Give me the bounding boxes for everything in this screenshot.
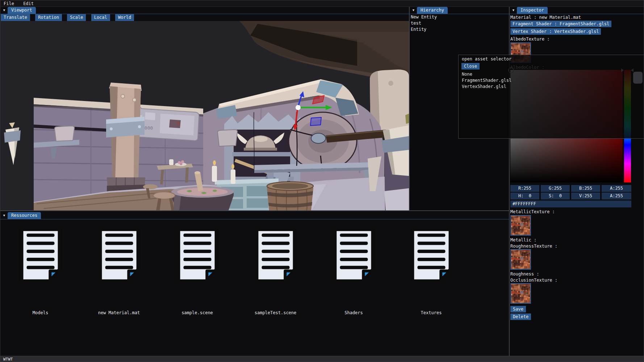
delete-button[interactable]: Delete bbox=[510, 313, 531, 320]
document-icon bbox=[408, 226, 455, 284]
value-field[interactable]: V:255 bbox=[571, 193, 600, 199]
alpha-field-2[interactable]: A:255 bbox=[602, 193, 631, 199]
panel-divider[interactable] bbox=[0, 210, 510, 211]
occlusion-texture-label: OcclusionTexture : bbox=[510, 278, 557, 283]
fragment-shader-button[interactable]: Fragment Shader : FragmentShader.glsl bbox=[510, 21, 611, 27]
roughness-texture-thumbnail[interactable] bbox=[510, 249, 531, 270]
save-button[interactable]: Save bbox=[510, 306, 526, 312]
file-item-sampletest-scene[interactable]: sampleTest.scene bbox=[237, 226, 314, 317]
status-bar: WTWT bbox=[0, 356, 644, 362]
tab-inspector[interactable]: Inspector bbox=[517, 7, 548, 14]
file-item-textures[interactable]: Textures bbox=[392, 226, 470, 317]
saturation-field[interactable]: S: 0 bbox=[541, 193, 570, 199]
menu-file[interactable]: File bbox=[0, 0, 17, 7]
file-label: sampleTest.scene bbox=[237, 310, 314, 315]
hierarchy-item-test[interactable]: test bbox=[411, 21, 505, 27]
material-label: Material : new Material.mat bbox=[510, 15, 581, 20]
status-text: WTWT bbox=[3, 357, 13, 362]
file-label: Models bbox=[1, 310, 79, 315]
hex-color-field[interactable]: #FFFFFFFF bbox=[510, 201, 631, 207]
engine-editor-window: File Edit ▼ Viewport Translate Rotation … bbox=[0, 0, 644, 362]
gizmo-plane-yz[interactable] bbox=[310, 117, 321, 126]
menu-bar: File Edit bbox=[0, 0, 644, 7]
file-item-shaders[interactable]: Shaders bbox=[315, 226, 393, 317]
document-icon bbox=[252, 226, 299, 284]
document-icon bbox=[96, 226, 143, 284]
menu-edit[interactable]: Edit bbox=[20, 0, 37, 7]
asset-option-vertexshader[interactable]: VertexShader.glsl bbox=[462, 84, 506, 89]
albedo-texture-label: AlbedoTexture : bbox=[510, 37, 549, 42]
document-icon bbox=[17, 226, 64, 284]
hierarchy-item-new-entity[interactable]: New Entity bbox=[411, 14, 505, 21]
inspector-tab-bar: ▼ Inspector bbox=[510, 7, 644, 14]
red-field[interactable]: R:255 bbox=[510, 185, 539, 192]
scene-viewport[interactable]: 5000 bbox=[0, 21, 409, 210]
blue-field[interactable]: B:255 bbox=[571, 185, 600, 192]
file-item-sample-scene[interactable]: sample.scene bbox=[158, 226, 236, 317]
tab-resources[interactable]: Ressources bbox=[8, 212, 41, 219]
viewport-panel: ▼ Viewport Translate Rotation Scale Loca… bbox=[0, 7, 409, 210]
collapse-arrow-icon[interactable]: ▼ bbox=[511, 8, 516, 13]
panel-divider[interactable] bbox=[409, 7, 410, 210]
tab-underline bbox=[410, 14, 509, 14]
document-icon bbox=[330, 226, 377, 284]
scale-button[interactable]: Scale bbox=[67, 14, 86, 21]
file-label: new Material.mat bbox=[80, 310, 158, 315]
asset-option-fragmentshader[interactable]: FragmentShader.glsl bbox=[462, 78, 511, 83]
world-button[interactable]: World bbox=[115, 14, 134, 21]
metallic-texture-label: MetallicTexture : bbox=[510, 209, 555, 214]
tab-viewport[interactable]: Viewport bbox=[8, 7, 36, 14]
gizmo-center-handle[interactable] bbox=[296, 105, 301, 110]
file-label: sample.scene bbox=[158, 310, 236, 315]
roughness-texture-label: RoughnessTexture : bbox=[510, 244, 557, 249]
close-button[interactable]: Close bbox=[461, 63, 480, 70]
viewport-toolbar: Translate Rotation Scale Local World bbox=[0, 14, 409, 21]
popup-title: open asset selector bbox=[462, 56, 511, 62]
vertex-shader-button[interactable]: Vertex Shader : VertexShader.glsl bbox=[510, 28, 601, 35]
file-item-models[interactable]: Models bbox=[1, 226, 79, 317]
file-label: Textures bbox=[392, 310, 470, 315]
resources-panel: ▼ Ressources Models bbox=[0, 211, 509, 356]
occlusion-texture-thumbnail[interactable] bbox=[510, 283, 531, 304]
hierarchy-tab-bar: ▼ Hierarchy bbox=[410, 7, 509, 14]
document-icon bbox=[174, 226, 221, 284]
hierarchy-item-entity[interactable]: Entity bbox=[411, 27, 505, 33]
collapse-arrow-icon[interactable]: ▼ bbox=[1, 8, 7, 13]
metallic-label: Metallic : bbox=[510, 237, 536, 243]
viewport-tab-bar: ▼ Viewport bbox=[0, 7, 409, 14]
rotation-button[interactable]: Rotation bbox=[35, 14, 62, 21]
alpha-field[interactable]: A:255 bbox=[602, 185, 631, 192]
tab-underline bbox=[510, 14, 644, 14]
local-button[interactable]: Local bbox=[91, 14, 110, 21]
roughness-label: Roughness : bbox=[510, 272, 539, 277]
hue-field[interactable]: H: 0 bbox=[510, 193, 539, 199]
file-label: Shaders bbox=[315, 310, 393, 315]
asset-option-none[interactable]: None bbox=[462, 72, 472, 77]
tab-hierarchy[interactable]: Hierarchy bbox=[417, 7, 448, 14]
scrollbar-thumb[interactable] bbox=[633, 72, 643, 84]
tab-underline bbox=[0, 219, 509, 219]
collapse-arrow-icon[interactable]: ▼ bbox=[1, 213, 7, 218]
green-field[interactable]: G:255 bbox=[541, 185, 570, 192]
asset-selector-popup: open asset selector Close None FragmentS… bbox=[458, 55, 644, 139]
collapse-arrow-icon[interactable]: ▼ bbox=[411, 8, 416, 13]
file-item-new-material[interactable]: new Material.mat bbox=[80, 226, 158, 317]
translate-button[interactable]: Translate bbox=[1, 14, 30, 21]
resources-tab-bar: ▼ Ressources bbox=[0, 212, 509, 219]
metallic-texture-thumbnail[interactable] bbox=[510, 215, 531, 236]
